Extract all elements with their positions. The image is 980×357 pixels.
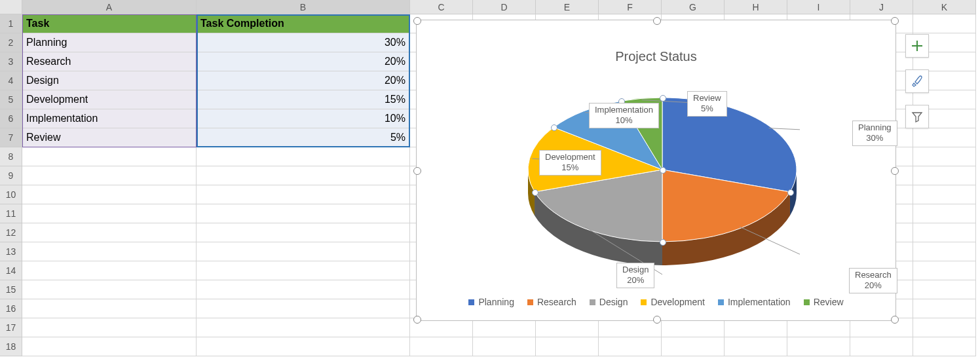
cell[interactable] bbox=[787, 318, 850, 337]
cell[interactable]: Research bbox=[22, 52, 197, 71]
cell[interactable] bbox=[197, 166, 410, 185]
cell[interactable] bbox=[913, 185, 976, 204]
row-header[interactable]: 17 bbox=[0, 318, 22, 337]
row-header[interactable]: 6 bbox=[0, 109, 22, 128]
column-header[interactable]: J bbox=[850, 0, 913, 14]
column-header[interactable]: F bbox=[599, 0, 662, 14]
chart-legend[interactable]: PlanningResearchDesignDevelopmentImpleme… bbox=[417, 297, 895, 307]
cell[interactable] bbox=[22, 261, 197, 280]
cell[interactable] bbox=[725, 318, 787, 337]
cell[interactable] bbox=[662, 337, 725, 356]
row-header[interactable]: 10 bbox=[0, 185, 22, 204]
cell[interactable] bbox=[913, 223, 976, 242]
cell[interactable] bbox=[599, 337, 662, 356]
cell[interactable] bbox=[197, 204, 410, 223]
cell[interactable] bbox=[913, 280, 976, 299]
row-header[interactable]: 14 bbox=[0, 261, 22, 280]
cell[interactable] bbox=[913, 14, 976, 33]
cell[interactable] bbox=[913, 166, 976, 185]
cell[interactable] bbox=[787, 337, 850, 356]
row-header[interactable]: 15 bbox=[0, 280, 22, 299]
chart-styles-button[interactable] bbox=[905, 69, 929, 93]
cell[interactable] bbox=[913, 204, 976, 223]
cell[interactable] bbox=[197, 261, 410, 280]
cell[interactable] bbox=[473, 318, 536, 337]
legend-item[interactable]: Development bbox=[641, 297, 705, 307]
cell[interactable] bbox=[22, 185, 197, 204]
cell[interactable] bbox=[197, 147, 410, 166]
cell[interactable] bbox=[22, 299, 197, 318]
chart-elements-button[interactable] bbox=[905, 34, 929, 58]
cell[interactable] bbox=[197, 242, 410, 261]
row-header[interactable]: 3 bbox=[0, 52, 22, 71]
column-header[interactable]: B bbox=[197, 0, 410, 14]
row-header[interactable]: 8 bbox=[0, 147, 22, 166]
cell[interactable] bbox=[22, 204, 197, 223]
cell[interactable]: Implementation bbox=[22, 109, 197, 128]
cell[interactable] bbox=[725, 337, 787, 356]
cell[interactable] bbox=[22, 280, 197, 299]
row-header[interactable]: 11 bbox=[0, 204, 22, 223]
row-header[interactable]: 4 bbox=[0, 71, 22, 90]
cell[interactable] bbox=[22, 242, 197, 261]
column-header[interactable]: I bbox=[787, 0, 850, 14]
row-header[interactable]: 1 bbox=[0, 14, 22, 33]
cell[interactable]: Task bbox=[22, 14, 197, 33]
row-header[interactable]: 7 bbox=[0, 128, 22, 147]
legend-item[interactable]: Research bbox=[527, 297, 576, 307]
resize-handle[interactable] bbox=[891, 316, 899, 324]
cell[interactable]: Design bbox=[22, 71, 197, 90]
row-header[interactable]: 18 bbox=[0, 337, 22, 356]
cell[interactable] bbox=[536, 318, 599, 337]
cell[interactable]: Planning bbox=[22, 33, 197, 52]
row-header[interactable]: 16 bbox=[0, 299, 22, 318]
cell[interactable] bbox=[850, 337, 913, 356]
cell[interactable] bbox=[197, 337, 410, 356]
cell[interactable] bbox=[410, 337, 473, 356]
data-label[interactable]: Development15% bbox=[539, 150, 601, 176]
cell[interactable] bbox=[913, 337, 976, 356]
cell[interactable] bbox=[913, 242, 976, 261]
column-header[interactable]: G bbox=[662, 0, 725, 14]
row-header[interactable]: 13 bbox=[0, 242, 22, 261]
legend-item[interactable]: Implementation bbox=[718, 297, 791, 307]
cell[interactable] bbox=[599, 318, 662, 337]
resize-handle[interactable] bbox=[891, 167, 899, 175]
chart-object[interactable]: Project Status Planning30%Research20%Des… bbox=[416, 20, 896, 321]
cell[interactable]: 30% bbox=[197, 33, 410, 52]
cell[interactable] bbox=[913, 147, 976, 166]
cell[interactable] bbox=[913, 318, 976, 337]
cell[interactable] bbox=[662, 318, 725, 337]
resize-handle[interactable] bbox=[653, 316, 661, 324]
data-label[interactable]: Implementation10% bbox=[589, 103, 659, 128]
cell[interactable] bbox=[473, 337, 536, 356]
cell[interactable] bbox=[22, 147, 197, 166]
legend-item[interactable]: Planning bbox=[468, 297, 514, 307]
cell[interactable]: 10% bbox=[197, 109, 410, 128]
cell[interactable]: Development bbox=[22, 90, 197, 109]
cell[interactable] bbox=[197, 185, 410, 204]
data-label[interactable]: Review5% bbox=[687, 91, 727, 117]
cell[interactable] bbox=[197, 223, 410, 242]
cell[interactable] bbox=[913, 299, 976, 318]
row-header[interactable]: 9 bbox=[0, 166, 22, 185]
data-label[interactable]: Research20% bbox=[849, 268, 897, 293]
cell[interactable] bbox=[197, 318, 410, 337]
column-header[interactable]: D bbox=[473, 0, 536, 14]
legend-item[interactable]: Design bbox=[590, 297, 628, 307]
cell[interactable] bbox=[913, 261, 976, 280]
row-header[interactable]: 2 bbox=[0, 33, 22, 52]
column-header[interactable]: K bbox=[913, 0, 976, 14]
column-header[interactable]: C bbox=[410, 0, 473, 14]
cell[interactable]: 5% bbox=[197, 128, 410, 147]
cell[interactable]: 20% bbox=[197, 71, 410, 90]
data-label[interactable]: Planning30% bbox=[852, 121, 897, 146]
pie-chart[interactable]: Planning30%Research20%Design20%Developme… bbox=[525, 91, 800, 281]
cell[interactable] bbox=[850, 318, 913, 337]
cell[interactable] bbox=[22, 223, 197, 242]
resize-handle[interactable] bbox=[413, 167, 421, 175]
cell[interactable] bbox=[197, 280, 410, 299]
resize-handle[interactable] bbox=[891, 17, 899, 25]
column-header[interactable]: H bbox=[725, 0, 787, 14]
chart-filter-button[interactable] bbox=[905, 105, 929, 128]
